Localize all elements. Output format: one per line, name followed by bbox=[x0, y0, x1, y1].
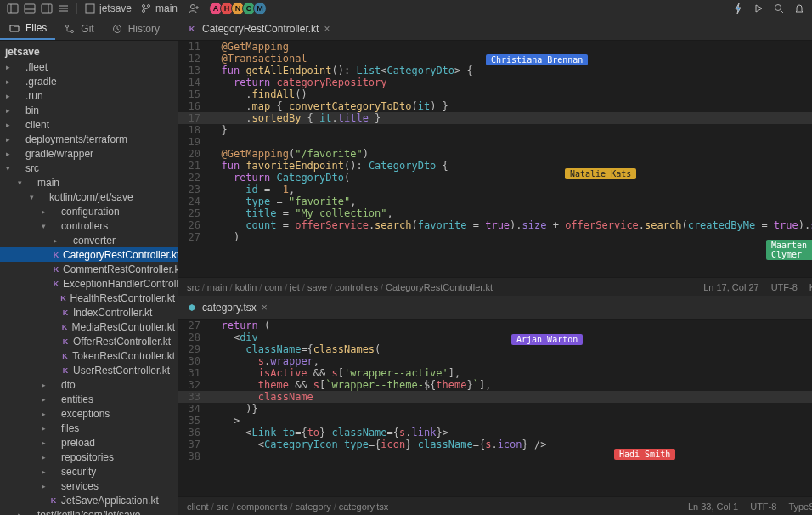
tree-folder[interactable]: ▾kotlin/com/jet/save bbox=[0, 190, 178, 204]
file-language[interactable]: TypeScript bbox=[788, 501, 812, 512]
code-content[interactable]: id = -1, bbox=[209, 184, 812, 195]
branch-selector[interactable]: main bbox=[140, 3, 178, 14]
code-content[interactable]: title = "My collection", bbox=[209, 207, 812, 219]
editor2-code[interactable]: ✓ 27 return (28 <div29 className={classN… bbox=[178, 320, 812, 496]
code-line[interactable]: 38 bbox=[178, 450, 812, 462]
run-icon[interactable] bbox=[753, 3, 764, 14]
code-line[interactable]: 31 isActive && s['wrapper--active'], bbox=[178, 367, 812, 379]
sidebar-tab-history[interactable]: History bbox=[103, 17, 168, 40]
chevron-icon[interactable]: ▸ bbox=[51, 236, 59, 245]
code-content[interactable]: > bbox=[209, 415, 812, 427]
tree-folder[interactable]: ▸.fleet bbox=[0, 59, 178, 74]
panel-right-icon[interactable] bbox=[41, 3, 53, 14]
editor1-breadcrumb[interactable]: src/main/kotlin/com/jet/save/controllers… bbox=[187, 282, 493, 292]
code-content[interactable]: @GetMapping("/favorite") bbox=[209, 148, 812, 160]
editor2-tab[interactable]: ⬢ category.tsx × bbox=[178, 296, 276, 319]
tree-folder[interactable]: ▸security bbox=[0, 464, 178, 478]
code-line[interactable]: 22 return CategoryDto( bbox=[178, 172, 812, 184]
code-content[interactable]: fun favoriteEndpoint(): CategoryDto { bbox=[209, 160, 812, 172]
chevron-icon[interactable]: ▸ bbox=[3, 135, 12, 144]
chevron-icon[interactable]: ▸ bbox=[39, 482, 48, 490]
code-content[interactable] bbox=[209, 450, 812, 462]
chevron-icon[interactable]: ▸ bbox=[3, 121, 12, 129]
code-content[interactable]: isActive && s['wrapper--active'], bbox=[209, 367, 812, 379]
tree-folder[interactable]: ▾main bbox=[0, 175, 178, 190]
code-content[interactable]: ) bbox=[209, 231, 812, 243]
tree-file[interactable]: KExceptionHandlerController bbox=[0, 276, 178, 291]
editor1-code[interactable]: ✓ 11 @GetMapping12 @Transactional13 fun … bbox=[178, 41, 812, 277]
panel-icon[interactable] bbox=[7, 3, 19, 14]
code-line[interactable]: 33 className bbox=[178, 391, 812, 403]
code-line[interactable]: 29 className={classNames( bbox=[178, 343, 812, 355]
code-line[interactable]: 13 fun getAllEndpoint(): List<CategoryDt… bbox=[178, 65, 812, 76]
tree-folder[interactable]: ▸preload bbox=[0, 435, 178, 450]
file-tree[interactable]: jetsave ▸.fleet▸.gradle▸.run▸bin▸client▸… bbox=[0, 41, 178, 515]
code-line[interactable]: 14 return categoryRepository bbox=[178, 76, 812, 88]
code-content[interactable]: return ( bbox=[209, 320, 812, 331]
chevron-icon[interactable]: ▾ bbox=[15, 178, 24, 187]
code-line[interactable]: 11 @GetMapping bbox=[178, 41, 812, 53]
code-line[interactable]: 30 s.wrapper, bbox=[178, 355, 812, 367]
editor1-tab[interactable]: K CategoryRestController.kt × bbox=[178, 17, 338, 40]
close-icon[interactable]: × bbox=[324, 23, 330, 35]
code-line[interactable]: 24 type = "favorite", bbox=[178, 195, 812, 207]
tree-folder[interactable]: ▾controllers bbox=[0, 218, 178, 233]
code-content[interactable]: className={classNames( bbox=[209, 343, 812, 355]
avatar[interactable]: M bbox=[253, 2, 267, 15]
chevron-icon[interactable]: ▸ bbox=[39, 439, 48, 447]
tree-file[interactable]: KIndexController.kt bbox=[0, 305, 178, 320]
code-line[interactable]: 16 .map { convertCategoryToDto(it) } bbox=[178, 100, 812, 112]
tree-file[interactable]: KOfferRestController.kt bbox=[0, 334, 178, 348]
code-line[interactable]: 28 <div bbox=[178, 331, 812, 343]
code-content[interactable]: <CategoryIcon type={icon} className={s.i… bbox=[209, 439, 812, 450]
code-line[interactable]: 20 @GetMapping("/favorite") bbox=[178, 148, 812, 160]
code-content[interactable]: return CategoryDto( bbox=[209, 172, 812, 184]
code-line[interactable]: 36 <Link to={to} className={s.link}> bbox=[178, 427, 812, 439]
tree-folder[interactable]: ▸test/kotlin/com/jet/save bbox=[0, 507, 178, 515]
tree-folder[interactable]: ▸files bbox=[0, 421, 178, 435]
chevron-icon[interactable]: ▸ bbox=[3, 63, 12, 71]
code-content[interactable]: type = "favorite", bbox=[209, 195, 812, 207]
panel-bottom-icon[interactable] bbox=[24, 3, 36, 14]
tree-folder[interactable]: ▸bin bbox=[0, 103, 178, 117]
tree-file[interactable]: KCommentRestController.kt bbox=[0, 262, 178, 276]
code-content[interactable]: <div bbox=[209, 331, 812, 343]
cursor-position[interactable]: Ln 33, Col 1 bbox=[688, 501, 738, 512]
code-line[interactable]: 17 .sortedBy { it.title } bbox=[178, 112, 812, 124]
code-content[interactable] bbox=[209, 136, 812, 148]
chevron-icon[interactable]: ▾ bbox=[27, 193, 36, 201]
code-content[interactable]: .findAll() bbox=[209, 88, 812, 100]
tree-folder[interactable]: ▸repositories bbox=[0, 450, 178, 464]
tree-folder[interactable]: ▾src bbox=[0, 161, 178, 175]
code-line[interactable]: 19 bbox=[178, 136, 812, 148]
tree-file[interactable]: KMediaRestController.kt bbox=[0, 320, 178, 334]
code-content[interactable]: .sortedBy { it.title } bbox=[209, 112, 812, 124]
chevron-icon[interactable]: ▸ bbox=[3, 77, 12, 86]
code-content[interactable]: } bbox=[209, 124, 812, 136]
chevron-icon[interactable]: ▸ bbox=[3, 92, 12, 100]
notifications-icon[interactable] bbox=[793, 3, 805, 14]
code-line[interactable]: 37 <CategoryIcon type={icon} className={… bbox=[178, 439, 812, 450]
tree-file[interactable]: KTokenRestController.kt bbox=[0, 348, 178, 363]
file-encoding[interactable]: UTF-8 bbox=[771, 282, 798, 292]
chevron-icon[interactable]: ▸ bbox=[15, 511, 24, 516]
tree-folder[interactable]: ▸dto bbox=[0, 377, 178, 392]
code-line[interactable]: 15 .findAll() bbox=[178, 88, 812, 100]
code-line[interactable]: 18 } bbox=[178, 124, 812, 136]
code-line[interactable]: 27 return ( bbox=[178, 320, 812, 331]
tree-file[interactable]: KCategoryRestController.kt bbox=[0, 247, 178, 262]
code-content[interactable]: )} bbox=[209, 403, 812, 415]
editor2-breadcrumb[interactable]: client/src/components/category/category.… bbox=[187, 501, 388, 512]
code-content[interactable]: className bbox=[209, 391, 812, 403]
add-collaborator-icon[interactable] bbox=[188, 3, 200, 14]
code-content[interactable]: <Link to={to} className={s.link}> bbox=[209, 427, 812, 439]
code-content[interactable]: fun getAllEndpoint(): List<CategoryDto> … bbox=[209, 65, 812, 76]
code-line[interactable]: 23 id = -1, bbox=[178, 184, 812, 195]
chevron-icon[interactable]: ▾ bbox=[39, 222, 48, 230]
tree-file[interactable]: KUserRestController.kt bbox=[0, 363, 178, 377]
close-icon[interactable]: × bbox=[262, 302, 268, 314]
bolt-icon[interactable] bbox=[732, 3, 744, 14]
chevron-icon[interactable]: ▸ bbox=[3, 150, 12, 158]
code-line[interactable]: 35 > bbox=[178, 415, 812, 427]
tree-file[interactable]: KJetSaveApplication.kt bbox=[0, 493, 178, 507]
